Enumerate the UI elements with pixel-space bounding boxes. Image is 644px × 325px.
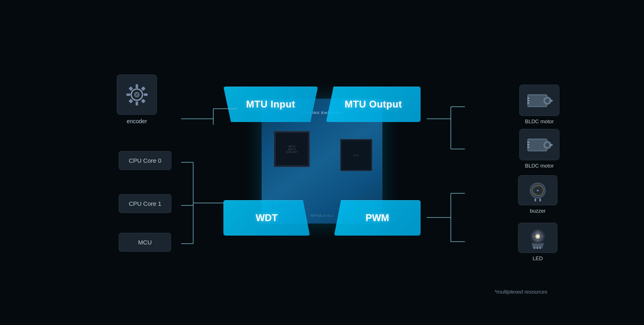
pwm-box: PWM	[334, 200, 421, 236]
svg-point-51	[537, 189, 539, 192]
svg-rect-58	[534, 247, 535, 249]
svg-rect-52	[535, 199, 536, 201]
mcu-label: MCU	[119, 233, 171, 252]
svg-rect-22	[144, 93, 148, 96]
bldc-motor-1-label: BLDC motor	[525, 118, 554, 124]
svg-rect-19	[136, 84, 138, 88]
bldc-motor-2-component: BLDC motor	[519, 129, 559, 169]
mtu-input-label: MTU Input	[246, 99, 295, 110]
main-diagram: encoder CPU Core 0 CPU Core 1 MCU FORLIN…	[0, 0, 644, 325]
pwm-label: PWM	[365, 212, 389, 224]
svg-rect-60	[539, 247, 541, 249]
mtu-input-box: MTU Input	[223, 87, 318, 122]
bldc-motor-2-label: BLDC motor	[525, 163, 554, 169]
svg-rect-21	[126, 93, 130, 96]
mtu-output-box: MTU Output	[326, 87, 421, 122]
led-label: LED	[533, 255, 543, 261]
svg-point-40	[546, 144, 549, 146]
bldc-motor-1-component: BLDC motor	[519, 85, 559, 124]
bldc-motor-2-svg	[525, 134, 553, 156]
svg-rect-20	[136, 101, 138, 106]
svg-rect-34	[527, 100, 529, 101]
cpu-core-0-block: CPU Core 0	[119, 151, 171, 170]
svg-rect-32	[549, 100, 553, 101]
wdt-box: WDT	[223, 200, 310, 236]
svg-rect-59	[537, 247, 538, 249]
svg-rect-44	[527, 147, 529, 148]
svg-point-31	[546, 99, 549, 102]
board-model: FETG2L-C V1.1	[310, 214, 333, 217]
bldc-motor-1-icon	[519, 85, 559, 116]
footnote: *multiplexed resources	[494, 289, 547, 295]
cpu-core-1-label: CPU Core 1	[119, 194, 171, 213]
led-icon	[518, 223, 557, 253]
svg-rect-23	[128, 86, 133, 91]
led-component: LED	[518, 223, 557, 261]
svg-rect-35	[527, 102, 529, 104]
buzzer-component: buzzer	[518, 175, 557, 214]
led-svg	[526, 227, 550, 249]
ic-chip: M2-A94V-0E251497	[274, 131, 310, 167]
cpu-core-0-label: CPU Core 0	[119, 151, 171, 170]
buzzer-label: buzzer	[530, 208, 545, 214]
svg-rect-26	[141, 99, 145, 103]
svg-point-57	[537, 235, 539, 238]
buzzer-icon	[518, 175, 557, 205]
mcu-block: MCU	[119, 233, 171, 252]
svg-rect-43	[527, 144, 529, 145]
encoder-component: encoder	[117, 75, 157, 124]
svg-point-18	[136, 93, 138, 96]
svg-rect-41	[549, 144, 553, 146]
wdt-label: WDT	[256, 212, 278, 224]
encoder-gear-icon	[124, 82, 150, 108]
svg-rect-33	[527, 97, 529, 99]
svg-rect-25	[128, 99, 133, 103]
svg-rect-42	[527, 142, 529, 143]
bldc-motor-2-icon	[519, 129, 559, 160]
buzzer-svg	[526, 179, 550, 201]
center-pcb-area: FORLINX Embedded M2-A94V-0E251497 arm FE…	[223, 75, 421, 248]
svg-rect-24	[141, 86, 145, 91]
arm-chip: arm	[340, 139, 372, 171]
svg-rect-53	[539, 199, 541, 201]
bldc-motor-1-svg	[525, 89, 553, 112]
encoder-label: encoder	[127, 118, 147, 124]
encoder-icon-box	[117, 75, 157, 115]
mtu-output-label: MTU Output	[345, 99, 402, 110]
cpu-core-1-block: CPU Core 1	[119, 194, 171, 213]
